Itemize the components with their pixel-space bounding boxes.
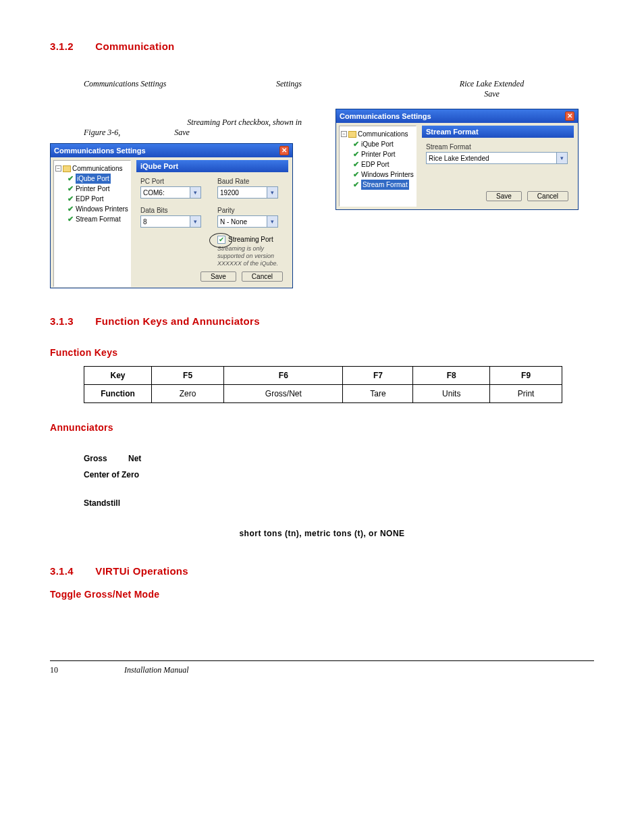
fmt-combo[interactable]: Rice Lake Extended ▾ <box>426 152 568 164</box>
section-312-num: 3.1.2 <box>50 41 74 52</box>
text-figure36: Figure 3-6, <box>84 128 120 138</box>
chevron-down-icon[interactable]: ▾ <box>267 187 277 198</box>
dialog2-panel-title: Stream Format <box>422 126 574 138</box>
units-line: short tons (tn), metric tons (t), or NON… <box>50 529 594 538</box>
td-function: Function <box>84 385 152 403</box>
dialog1-title: Communications Settings <box>54 147 146 155</box>
th-key: Key <box>84 367 152 385</box>
ann-net: Net <box>128 454 141 463</box>
page-footer: 10 Installation Manual <box>50 660 594 675</box>
text-save: Save <box>174 128 190 138</box>
text-streaming-port: Streaming Port checkbox, shown in <box>50 118 302 128</box>
text-save-r: Save <box>390 89 594 99</box>
comm-settings-dialog-1: Communications Settings ✕ − Communicatio… <box>50 143 293 288</box>
databits-label: Data Bits <box>140 207 201 214</box>
ann-coz: Center of Zero <box>84 470 139 479</box>
th-f9: F9 <box>489 367 562 385</box>
tree2-item-winprint[interactable]: Windows Printers <box>361 170 414 180</box>
section-314-num: 3.1.4 <box>50 565 74 577</box>
section-312-title: Communication <box>95 41 174 52</box>
save-button[interactable]: Save <box>486 191 522 201</box>
text-settings: Settings <box>276 79 302 89</box>
section-314-title: VIRTUi Operations <box>95 565 188 577</box>
td-zero: Zero <box>152 385 224 403</box>
ann-gross: Gross <box>84 454 107 463</box>
tree-item-edp[interactable]: EDP Port <box>76 194 104 204</box>
th-f7: F7 <box>343 367 413 385</box>
tree-root-label2: Communications <box>358 129 408 139</box>
fmt-label: Stream Format <box>426 143 570 151</box>
folder-icon <box>63 165 71 172</box>
page-number: 10 <box>50 665 124 675</box>
td-print: Print <box>489 385 562 403</box>
tree-item-winprint[interactable]: Windows Printers <box>76 204 128 214</box>
save-button[interactable]: Save <box>200 271 236 282</box>
databits-combo[interactable]: 8 ▾ <box>140 215 201 228</box>
check-icon: ✔ <box>353 139 359 149</box>
tree2-item-edp[interactable]: EDP Port <box>361 159 390 170</box>
section-312-heading: 3.1.2 Communication <box>50 41 594 52</box>
check-icon: ✔ <box>68 204 74 214</box>
tree2-item-stream[interactable]: Stream Format <box>361 180 409 190</box>
dialog1-tree[interactable]: − Communications ✔iQube Port ✔Printer Po… <box>53 160 131 287</box>
baud-label: Baud Rate <box>217 178 278 185</box>
folder-icon <box>348 131 356 138</box>
check-icon: ✔ <box>353 180 359 190</box>
section-313-num: 3.1.3 <box>50 315 74 327</box>
ann-standstill: Standstill <box>84 498 120 508</box>
streaming-checkbox[interactable]: ✔ <box>217 236 225 244</box>
chevron-down-icon[interactable]: ▾ <box>190 187 200 198</box>
toggle-heading: Toggle Gross/Net Mode <box>50 589 594 600</box>
check-icon: ✔ <box>353 170 359 180</box>
pcport-label: PC Port <box>140 178 201 185</box>
footer-label: Installation Manual <box>124 665 189 675</box>
check-icon: ✔ <box>353 159 359 170</box>
check-icon: ✔ <box>68 184 74 194</box>
comm-settings-dialog-2: Communications Settings ✕ − Communicatio… <box>336 109 579 210</box>
tree-item-stream[interactable]: Stream Format <box>76 214 121 224</box>
text-rle: Rice Lake Extended <box>390 79 594 89</box>
th-f8: F8 <box>413 367 490 385</box>
td-grossnet: Gross/Net <box>224 385 343 403</box>
tree2-item-printer[interactable]: Printer Port <box>361 149 396 159</box>
baud-combo[interactable]: 19200 ▾ <box>217 186 278 199</box>
close-icon[interactable]: ✕ <box>279 146 289 155</box>
function-key-table: Key F5 F6 F7 F8 F9 Function Zero Gross/N… <box>84 366 562 403</box>
parity-combo[interactable]: N - None ▾ <box>217 215 278 228</box>
cancel-button[interactable]: Cancel <box>527 191 568 201</box>
section-313-title: Function Keys and Annunciators <box>95 315 259 327</box>
check-icon: ✔ <box>68 174 74 184</box>
tree2-item-iqube[interactable]: iQube Port <box>361 139 394 149</box>
dialog2-title: Communications Settings <box>340 112 431 120</box>
tree-root-label: Communications <box>72 163 122 174</box>
check-icon: ✔ <box>68 214 74 224</box>
th-f6: F6 <box>224 367 343 385</box>
tree-item-iqube[interactable]: iQube Port <box>76 174 111 184</box>
tree-collapse-icon[interactable]: − <box>55 165 61 172</box>
dialog1-titlebar: Communications Settings ✕ <box>51 144 292 157</box>
text-comm-settings: Communications Settings <box>84 79 166 89</box>
streaming-label: Streaming Port <box>228 236 273 243</box>
annunciators-heading: Annunciators <box>50 422 594 433</box>
td-tare: Tare <box>343 385 413 403</box>
streaming-hint: Streaming is only supported on version X… <box>217 245 284 267</box>
check-icon: ✔ <box>68 194 74 204</box>
chevron-down-icon[interactable]: ▾ <box>267 216 277 227</box>
function-keys-heading: Function Keys <box>50 347 594 358</box>
dialog2-titlebar: Communications Settings ✕ <box>336 109 578 123</box>
pcport-combo[interactable]: COM6: ▾ <box>140 186 201 199</box>
section-313-heading: 3.1.3 Function Keys and Annunciators <box>50 315 594 327</box>
th-f5: F5 <box>152 367 224 385</box>
dialog2-tree[interactable]: − Communications ✔iQube Port ✔Printer Po… <box>339 126 417 207</box>
check-icon: ✔ <box>353 149 359 159</box>
section-314-heading: 3.1.4 VIRTUi Operations <box>50 565 594 577</box>
td-units: Units <box>413 385 490 403</box>
dialog1-panel-title: iQube Port <box>136 160 288 172</box>
tree-collapse-icon[interactable]: − <box>341 131 347 137</box>
parity-label: Parity <box>217 207 278 214</box>
cancel-button[interactable]: Cancel <box>242 271 283 282</box>
chevron-down-icon[interactable]: ▾ <box>190 216 200 227</box>
close-icon[interactable]: ✕ <box>565 111 574 121</box>
chevron-down-icon[interactable]: ▾ <box>556 153 567 163</box>
tree-item-printer[interactable]: Printer Port <box>76 184 110 194</box>
